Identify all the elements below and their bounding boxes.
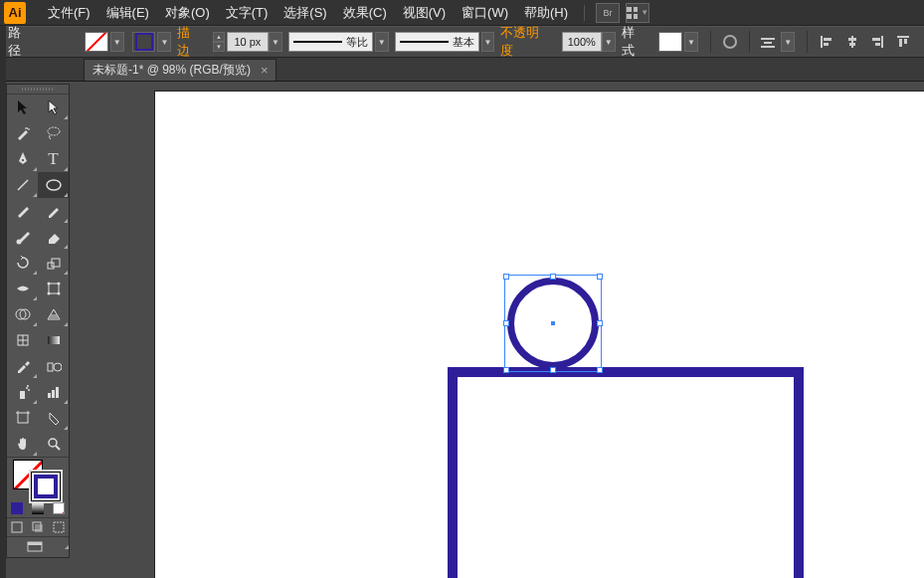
menu-window[interactable]: 窗口(W) [454,0,516,26]
ellipse-tool[interactable] [38,172,69,198]
circle-selection-group[interactable] [507,278,599,369]
rotate-tool[interactable] [7,250,38,276]
menu-type[interactable]: 文字(T) [218,0,277,26]
draw-normal[interactable] [7,518,28,536]
magic-wand-tool[interactable] [7,120,38,146]
selection-handle[interactable] [503,320,509,326]
width-icon [15,282,31,295]
bridge-button[interactable]: Br [596,3,620,23]
pencil-tool[interactable] [38,198,69,224]
color-mode-solid[interactable] [7,499,28,517]
blend-tool[interactable] [38,353,69,379]
free-transform-tool[interactable] [38,276,69,301]
graph-tool[interactable] [38,379,69,405]
line-tool[interactable] [7,172,38,198]
mesh-tool[interactable] [7,327,38,353]
pen-tool[interactable] [7,146,38,172]
svg-rect-15 [872,38,880,41]
document-tab[interactable]: 未标题-1* @ 98% (RGB/预览) × [84,59,277,81]
document-tab-bar: 未标题-1* @ 98% (RGB/预览) × [0,58,924,82]
lasso-icon [46,125,62,141]
align-right-button[interactable] [867,32,889,52]
recolor-button[interactable] [719,32,741,52]
stroke-swatch-large[interactable] [31,472,61,501]
brush-select[interactable]: 基本 [395,32,479,52]
svg-rect-25 [48,263,54,269]
eraser-tool[interactable] [38,224,69,250]
selection-handle[interactable] [503,367,509,373]
fill-dropdown[interactable]: ▼ [110,32,124,52]
selection-handle[interactable] [503,274,509,280]
align-left-button[interactable] [816,32,837,52]
align-top-icon [897,36,909,48]
rectangle-shape[interactable] [448,367,804,578]
opacity-dropdown[interactable]: ▼ [602,32,616,52]
stroke-dropdown[interactable]: ▼ [157,32,171,52]
slice-tool[interactable] [38,405,69,431]
scale-tool[interactable] [38,250,69,276]
selection-handle[interactable] [597,274,603,280]
align-top-button[interactable] [892,32,914,52]
fill-stroke-swatches[interactable] [7,458,69,499]
selection-handle[interactable] [550,274,556,280]
canvas-area[interactable] [72,82,924,578]
align-dropdown[interactable]: ▼ [781,32,795,52]
artboard-tool[interactable] [7,405,38,431]
menu-object[interactable]: 对象(O) [157,0,218,26]
step-up[interactable]: ▲ [213,32,225,42]
color-mode-none[interactable] [48,499,69,517]
menu-select[interactable]: 选择(S) [276,0,334,26]
type-tool[interactable]: T [38,146,69,172]
menu-edit[interactable]: 编辑(E) [98,0,157,26]
selection-handle[interactable] [597,367,603,373]
hand-tool[interactable] [7,431,38,457]
menu-effect[interactable]: 效果(C) [335,0,395,26]
app-logo: Ai [4,2,26,24]
perspective-grid-tool[interactable] [38,301,69,327]
grid-icon [627,7,638,19]
align-center-button[interactable] [841,32,863,52]
stroke-width-stepper[interactable]: ▲ ▼ [213,32,225,52]
zoom-tool[interactable] [38,431,69,457]
style-dropdown[interactable]: ▼ [684,32,698,52]
selection-handle[interactable] [597,320,603,326]
fill-swatch[interactable] [85,32,108,52]
draw-behind[interactable] [28,518,49,536]
blob-brush-tool[interactable] [7,224,38,250]
symbol-sprayer-tool[interactable] [7,379,38,405]
paintbrush-tool[interactable] [7,198,38,224]
menu-help[interactable]: 帮助(H) [516,0,576,26]
lasso-tool[interactable] [38,120,69,146]
screen-mode[interactable] [7,541,62,553]
panel-grip[interactable] [7,85,69,95]
color-mode-gradient[interactable] [28,499,49,517]
step-down[interactable]: ▼ [213,42,225,52]
svg-rect-55 [35,524,43,532]
brush-dropdown[interactable]: ▼ [481,32,495,52]
draw-inside[interactable] [48,518,69,536]
svg-rect-3 [634,14,638,19]
style-swatch[interactable] [658,32,682,52]
shape-builder-tool[interactable] [7,301,38,327]
align-panel-button[interactable] [758,32,780,52]
svg-point-28 [47,283,50,286]
stroke-swatch[interactable] [132,32,156,52]
width-profile-select[interactable]: 等比 [288,32,373,52]
opacity-input[interactable] [562,32,602,52]
width-profile-dropdown[interactable]: ▼ [375,32,389,52]
menu-file[interactable]: 文件(F) [40,0,98,26]
menu-view[interactable]: 视图(V) [395,0,454,26]
arrange-docs-button[interactable]: ▼ [626,3,649,23]
width-tool[interactable] [7,276,38,301]
stroke-width-dropdown[interactable]: ▼ [269,32,282,52]
draw-inside-icon [53,521,65,533]
selection-handle[interactable] [550,367,556,373]
selection-tool[interactable] [7,95,38,120]
direct-selection-tool[interactable] [38,95,69,120]
gradient-tool[interactable] [38,327,69,353]
stroke-width-input[interactable] [227,32,269,52]
eraser-icon [46,230,62,244]
eyedropper-tool[interactable] [7,353,38,379]
selection-center-point[interactable] [551,321,555,325]
tab-close-button[interactable]: × [261,63,269,78]
